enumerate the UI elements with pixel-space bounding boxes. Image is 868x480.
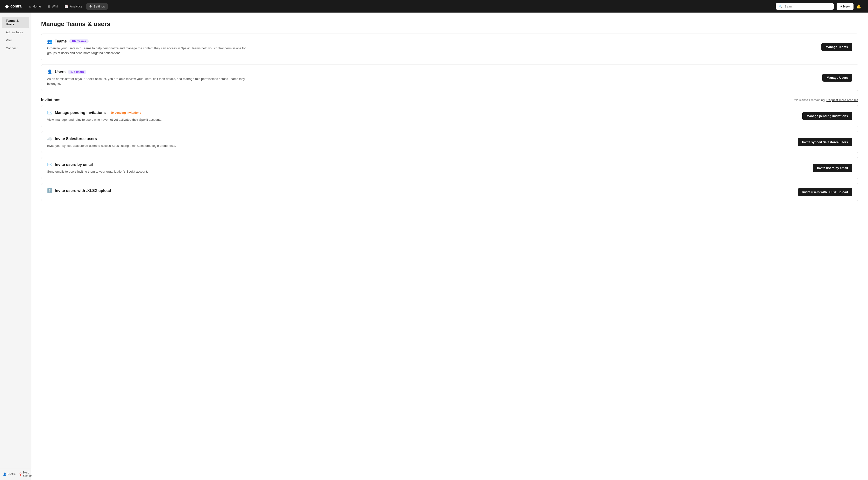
invitations-section-header: Invitations 22 licenses remaining. Reque… xyxy=(41,98,858,102)
invitations-title: Invitations xyxy=(41,98,60,102)
nav-wiki-label: Wiki xyxy=(52,5,58,8)
email-description: Send emails to users inviting them to yo… xyxy=(47,169,255,174)
users-card-header: 👤 Users 176 users xyxy=(47,69,816,74)
xlsx-invite-card: ⬆️ Invite users with .XLSX upload Invite… xyxy=(41,183,858,201)
profile-icon: 👤 xyxy=(3,473,6,476)
pending-description: View, manage, and reinvite users who hav… xyxy=(47,117,255,122)
help-icon: ❓ xyxy=(19,473,22,476)
invite-salesforce-button[interactable]: Invite synced Salesforce users xyxy=(798,138,852,146)
email-invite-card: ✉️ Invite users by email Send emails to … xyxy=(41,157,858,179)
sidebar-item-plan[interactable]: Plan xyxy=(2,36,29,44)
search-input[interactable] xyxy=(784,5,831,8)
manage-users-button[interactable]: Manage Users xyxy=(823,74,852,82)
pending-badge: 89 pending invitations xyxy=(108,110,144,115)
xlsx-title: Invite users with .XLSX upload xyxy=(55,189,111,193)
license-info: 22 licenses remaining. Request more lice… xyxy=(794,98,858,102)
email-card-left: ✉️ Invite users by email Send emails to … xyxy=(47,162,807,174)
top-navigation: ◆ contra ⌂ Home ⊞ Wiki 📈 Analytics ⚙ Set… xyxy=(0,0,868,12)
teams-description: Organize your users into Teams to help p… xyxy=(47,46,255,55)
xlsx-card-left: ⬆️ Invite users with .XLSX upload xyxy=(47,188,792,195)
main-content: Manage Teams & users 👥 Teams 187 Teams O… xyxy=(31,12,868,480)
pending-invitations-card: ✉️ Manage pending invitations 89 pending… xyxy=(41,105,858,127)
salesforce-card-header: ☁️ Invite Salesforce users xyxy=(47,136,792,141)
users-title: Users xyxy=(55,70,65,74)
teams-card: 👥 Teams 187 Teams Organize your users in… xyxy=(41,34,858,60)
users-badge: 176 users xyxy=(68,70,86,74)
salesforce-title: Invite Salesforce users xyxy=(55,137,97,141)
manage-pending-button[interactable]: Manage pending invitations xyxy=(802,112,852,120)
invite-email-button[interactable]: Invite users by email xyxy=(813,164,852,172)
salesforce-icon: ☁️ xyxy=(47,136,53,141)
nav-settings[interactable]: ⚙ Settings xyxy=(86,3,108,10)
page-title: Manage Teams & users xyxy=(41,20,858,28)
users-icon: 👤 xyxy=(47,69,53,74)
analytics-icon: 📈 xyxy=(64,5,68,8)
nav-wiki[interactable]: ⊞ Wiki xyxy=(45,3,61,10)
teams-card-header: 👥 Teams 187 Teams xyxy=(47,39,815,44)
sidebar-item-teams-users-label: Teams & Users xyxy=(6,19,19,26)
pending-card-header: ✉️ Manage pending invitations 89 pending… xyxy=(47,110,797,116)
license-remaining: 22 licenses remaining. xyxy=(794,98,826,102)
email-icon: ✉️ xyxy=(47,162,53,167)
salesforce-card-left: ☁️ Invite Salesforce users Invite your s… xyxy=(47,136,792,148)
nav-home-label: Home xyxy=(33,5,41,8)
new-button-label: + New xyxy=(840,5,850,8)
wiki-icon: ⊞ xyxy=(48,5,50,8)
settings-icon: ⚙ xyxy=(89,5,92,8)
pending-card-left: ✉️ Manage pending invitations 89 pending… xyxy=(47,110,797,122)
nav-settings-label: Settings xyxy=(93,5,105,8)
teams-title: Teams xyxy=(55,39,67,43)
xlsx-icon: ⬆️ xyxy=(47,188,53,193)
logo-mark: ◆ xyxy=(5,3,8,9)
email-card-header: ✉️ Invite users by email xyxy=(47,162,807,167)
logo[interactable]: ◆ contra xyxy=(5,3,22,9)
help-label: Help Center xyxy=(23,471,32,478)
search-bar[interactable]: 🔍 xyxy=(776,3,834,10)
teams-card-left: 👥 Teams 187 Teams Organize your users in… xyxy=(47,39,815,55)
sidebar: Teams & Users Admin Tools Plan Connect 👤… xyxy=(0,12,31,480)
app-layout: Teams & Users Admin Tools Plan Connect 👤… xyxy=(0,12,868,480)
salesforce-card: ☁️ Invite Salesforce users Invite your s… xyxy=(41,131,858,153)
pending-icon: ✉️ xyxy=(47,110,53,116)
nav-analytics-label: Analytics xyxy=(70,5,82,8)
email-title: Invite users by email xyxy=(55,162,93,167)
help-center-link[interactable]: ❓ Help Center xyxy=(19,471,32,478)
new-button[interactable]: + New xyxy=(837,3,854,10)
sidebar-bottom-bar: 👤 Profile ❓ Help Center xyxy=(0,468,31,480)
profile-label: Profile xyxy=(7,473,16,476)
xlsx-card-header: ⬆️ Invite users with .XLSX upload xyxy=(47,188,792,193)
sidebar-item-teams-users[interactable]: Teams & Users xyxy=(2,17,29,28)
users-card: 👤 Users 176 users As an administrator of… xyxy=(41,64,858,91)
search-icon: 🔍 xyxy=(779,5,782,8)
sidebar-item-connect-label: Connect xyxy=(6,46,18,50)
logo-text: contra xyxy=(10,4,22,8)
users-card-left: 👤 Users 176 users As an administrator of… xyxy=(47,69,816,86)
sidebar-item-admin-tools[interactable]: Admin Tools xyxy=(2,29,29,36)
manage-teams-button[interactable]: Manage Teams xyxy=(822,43,852,51)
notifications-button[interactable]: 🔔 xyxy=(855,3,863,10)
invite-xlsx-button[interactable]: Invite users with .XLSX upload xyxy=(798,188,852,196)
salesforce-description: Invite your synced Salesforce users to a… xyxy=(47,143,255,148)
nav-home[interactable]: ⌂ Home xyxy=(26,3,44,10)
sidebar-item-admin-tools-label: Admin Tools xyxy=(6,30,23,34)
nav-analytics[interactable]: 📈 Analytics xyxy=(62,3,85,10)
request-more-licenses-link[interactable]: Request more licenses xyxy=(827,98,858,102)
sidebar-item-plan-label: Plan xyxy=(6,38,12,42)
home-icon: ⌂ xyxy=(29,5,31,8)
sidebar-item-connect[interactable]: Connect xyxy=(2,44,29,52)
profile-link[interactable]: 👤 Profile xyxy=(3,471,16,478)
pending-title: Manage pending invitations xyxy=(55,110,106,115)
teams-icon: 👥 xyxy=(47,39,53,44)
teams-badge: 187 Teams xyxy=(69,39,89,43)
users-description: As an administrator of your Spekit accou… xyxy=(47,76,255,86)
